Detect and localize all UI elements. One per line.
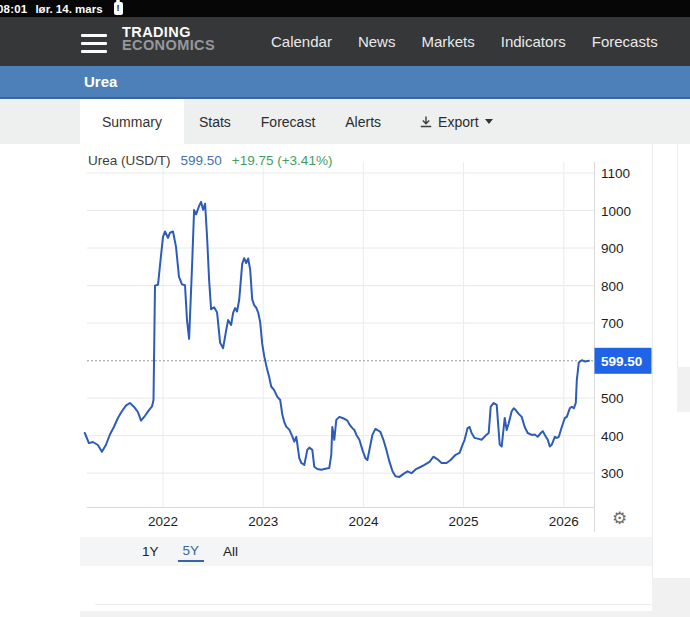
svg-text:400: 400 [601, 429, 624, 444]
range-all[interactable]: All [223, 542, 238, 561]
background-column-line [652, 144, 653, 578]
tab-bar-spacer [0, 99, 80, 144]
tab-stats[interactable]: Stats [184, 99, 246, 144]
svg-text:2026: 2026 [549, 514, 579, 529]
svg-text:2025: 2025 [449, 514, 479, 529]
caret-down-icon [485, 119, 493, 124]
svg-text:2023: 2023 [248, 514, 278, 529]
next-section-header [80, 611, 652, 617]
battery-low-icon: ! [114, 2, 123, 15]
tab-summary[interactable]: Summary [80, 99, 184, 144]
gear-icon[interactable]: ⚙ [612, 508, 627, 530]
system-status-bar: 08:01 lør. 14. mars ! [0, 0, 690, 17]
logo-line2: ECONOMICS [122, 39, 215, 52]
main-nav: Calendar News Markets Indicators Forecas… [271, 17, 658, 66]
trading-economics-logo[interactable]: TRADING ECONOMICS [122, 26, 215, 51]
svg-text:900: 900 [601, 241, 624, 256]
range-5y[interactable]: 5Y [178, 541, 205, 562]
svg-text:2024: 2024 [348, 514, 379, 529]
hamburger-icon[interactable] [81, 34, 107, 58]
quote-price: 599.50 [181, 153, 222, 168]
date-label: lør. 14. mars [35, 3, 102, 15]
tab-bar: Summary Stats Forecast Alerts Export [0, 99, 690, 144]
nav-item-calendar[interactable]: Calendar [271, 33, 332, 50]
clock: 08:01 [0, 3, 27, 15]
nav-item-markets[interactable]: Markets [421, 33, 474, 50]
range-selector: 1Y 5Y All [80, 537, 652, 566]
export-label: Export [438, 114, 478, 130]
svg-text:700: 700 [601, 316, 624, 331]
nav-item-indicators[interactable]: Indicators [501, 33, 566, 50]
quote-line: Urea (USD/T) 599.50 +19.75 (+3.41%) [88, 153, 332, 168]
svg-text:1100: 1100 [601, 166, 630, 181]
page-title: Urea [84, 73, 117, 90]
background-cell [652, 578, 690, 617]
tab-forecast[interactable]: Forecast [246, 99, 330, 144]
download-icon [419, 115, 433, 129]
svg-text:500: 500 [601, 391, 624, 406]
background-column-line [677, 144, 678, 368]
quote-change: +19.75 (+3.41%) [232, 153, 333, 168]
svg-text:2022: 2022 [148, 514, 178, 529]
page-title-bar: Urea [0, 66, 690, 99]
background-cell [677, 367, 690, 412]
svg-text:599.50: 599.50 [601, 354, 642, 369]
export-button[interactable]: Export [404, 99, 507, 144]
background-divider [95, 604, 652, 605]
range-1y[interactable]: 1Y [142, 542, 159, 561]
nav-item-forecasts[interactable]: Forecasts [592, 33, 658, 50]
site-header: TRADING ECONOMICS Calendar News Markets … [0, 17, 690, 66]
svg-text:300: 300 [601, 466, 624, 481]
nav-item-news[interactable]: News [358, 33, 396, 50]
svg-text:1000: 1000 [601, 204, 631, 219]
tab-alerts[interactable]: Alerts [330, 99, 396, 144]
svg-text:800: 800 [601, 279, 624, 294]
quote-symbol: Urea (USD/T) [88, 153, 171, 168]
